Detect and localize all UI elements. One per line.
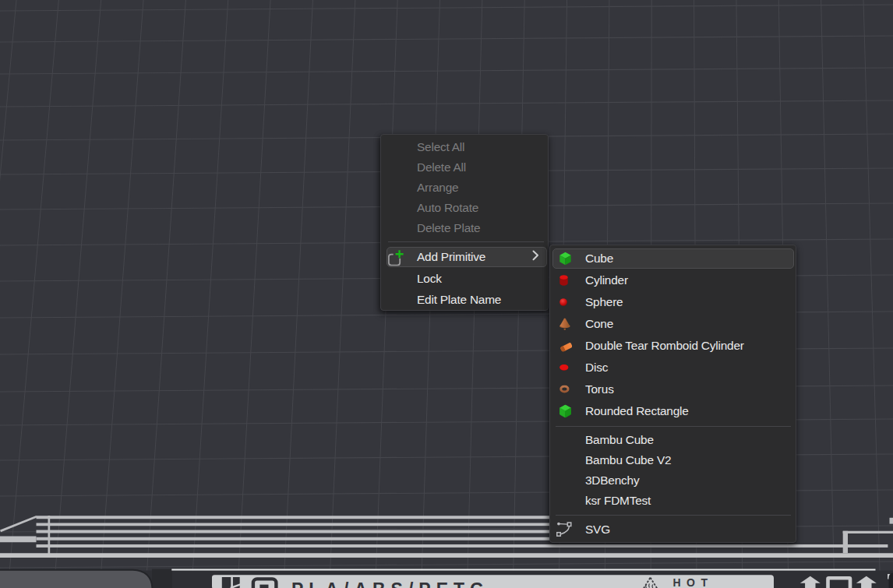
menu-item-label: Auto Rotate: [417, 201, 478, 215]
submenu-item-svg[interactable]: SVG: [550, 519, 796, 540]
submenu-arrow-icon: [532, 250, 539, 264]
menu-item-delete-plate[interactable]: Delete Plate: [381, 218, 548, 238]
svg-bezier-icon: [556, 522, 572, 538]
sphere-icon: [559, 298, 567, 306]
submenu-item-bambu-cube[interactable]: Bambu Cube: [550, 430, 796, 450]
submenu-item-label: ksr FDMTest: [585, 494, 651, 508]
submenu-item-disc[interactable]: Disc: [550, 357, 796, 379]
submenu-item-label: Bambu Cube: [585, 433, 654, 447]
menu-item-label: Delete All: [417, 160, 466, 174]
menu-item-edit-plate-name[interactable]: Edit Plate Name: [381, 290, 548, 310]
menu-item-label: Arrange: [417, 181, 458, 195]
submenu-item-label: Disc: [585, 361, 608, 375]
plate-material-label: PLA/ABS/PETG: [291, 579, 489, 588]
double-tear-romboid-cylinder-icon: [559, 340, 572, 352]
menu-item-label: Select All: [417, 140, 464, 154]
plate-hot-label: HOT: [673, 576, 714, 588]
menu-item-lock[interactable]: Lock: [381, 268, 548, 290]
menu-item-delete-all[interactable]: Delete All: [381, 157, 548, 178]
bambu-studio-viewport: { "colors": { "viewport_bg": "#35363c", …: [0, 0, 893, 588]
submenu-item-label: Cylinder: [585, 273, 628, 287]
submenu-item-label: Bambu Cube V2: [585, 453, 671, 467]
rounded-rectangle-icon: [559, 405, 571, 418]
menu-item-label: Lock: [417, 272, 442, 286]
submenu-item-label: SVG: [585, 523, 610, 537]
submenu-item-ksr-fdmtest[interactable]: ksr FDMTest: [550, 491, 796, 511]
menu-item-auto-rotate[interactable]: Auto Rotate: [381, 198, 548, 218]
add-primitive-icon: [387, 248, 406, 266]
submenu-item-rounded-rectangle[interactable]: Rounded Rectangle: [550, 400, 796, 422]
submenu-item-label: Cone: [585, 317, 613, 331]
submenu-item-label: Rounded Rectangle: [585, 404, 689, 418]
submenu-item-bambu-cube-v2[interactable]: Bambu Cube V2: [550, 450, 796, 470]
menu-item-add-primitive[interactable]: Add Primitive: [381, 246, 548, 269]
disc-icon: [559, 364, 569, 371]
submenu-separator: [556, 426, 791, 427]
submenu-separator: [556, 515, 791, 516]
submenu-item-label: Torus: [585, 382, 614, 396]
submenu-item-cube[interactable]: Cube: [550, 248, 796, 269]
cube-icon: [559, 252, 571, 266]
submenu-item-double-tear-romboid-cylinder[interactable]: Double Tear Romboid Cylinder: [550, 335, 796, 357]
submenu-item-sphere[interactable]: Sphere: [550, 291, 796, 313]
menu-item-label: Add Primitive: [417, 250, 485, 264]
menu-item-arrange[interactable]: Arrange: [381, 178, 548, 198]
context-menu: Select All Delete All Arrange Auto Rotat…: [380, 134, 549, 311]
submenu-item-3dbenchy[interactable]: 3DBenchy: [550, 470, 796, 491]
submenu-item-label: 3DBenchy: [585, 474, 639, 488]
menu-item-select-all[interactable]: Select All: [381, 137, 548, 157]
submenu-item-label: Double Tear Romboid Cylinder: [585, 339, 744, 353]
menu-item-label: Delete Plate: [417, 221, 480, 235]
torus-icon: [559, 386, 570, 394]
submenu-item-label: Cube: [585, 252, 613, 266]
cone-icon: [559, 318, 570, 331]
submenu-item-cone[interactable]: Cone: [550, 313, 796, 335]
submenu-item-label: Sphere: [585, 295, 623, 309]
menu-item-label: Edit Plate Name: [417, 293, 501, 307]
submenu-item-cylinder[interactable]: Cylinder: [550, 269, 796, 291]
submenu-item-torus[interactable]: Torus: [550, 379, 796, 400]
add-primitive-submenu: Cube Cylinder Sphere: [549, 245, 797, 543]
cylinder-icon: [559, 275, 568, 286]
menu-separator: [388, 241, 544, 242]
